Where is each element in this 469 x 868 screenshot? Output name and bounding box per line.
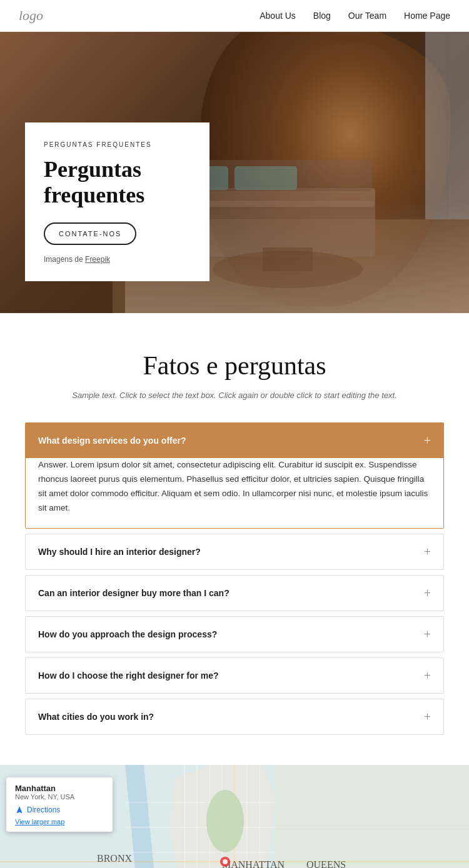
map-place-name: Manhattan — [15, 784, 104, 793]
faq-item-5: What cities do you work in? + — [25, 699, 444, 735]
hero-card: PERGUNTAS FREQUENTES Perguntas frequente… — [25, 122, 209, 281]
faq-question-row-2[interactable]: Can an interior designer buy more than I… — [26, 576, 443, 611]
hero-eyebrow: PERGUNTAS FREQUENTES — [44, 141, 191, 148]
map-directions-btn[interactable]: Directions — [15, 806, 104, 814]
map-section: MANHATTAN QUEENS BROOKLYN BRONX New York… — [0, 765, 469, 868]
faq-subtitle: Sample text. Click to select the text bo… — [25, 391, 444, 400]
faq-list: What design services do you offer? + Ans… — [25, 422, 444, 735]
faq-question-row-4[interactable]: How do I choose the right designer for m… — [26, 658, 443, 693]
faq-question-1: Why should I hire an interior designer? — [38, 547, 201, 557]
svg-rect-5 — [234, 166, 297, 190]
map-popup: Manhattan New York, NY, USA Directions V… — [6, 777, 113, 832]
freepik-link[interactable]: Freepik — [85, 255, 110, 264]
nav-home[interactable]: Home Page — [404, 11, 450, 21]
svg-text:MANHATTAN: MANHATTAN — [222, 859, 285, 868]
hero-title: Perguntas frequentes — [44, 157, 191, 209]
faq-icon-1: + — [424, 546, 431, 558]
faq-question-row-1[interactable]: Why should I hire an interior designer? … — [26, 534, 443, 569]
nav-team[interactable]: Our Team — [348, 11, 386, 21]
faq-item-0: What design services do you offer? + Ans… — [25, 422, 444, 529]
hero-section: PERGUNTAS FREQUENTES Perguntas frequente… — [0, 32, 469, 313]
nav-blog[interactable]: Blog — [313, 11, 331, 21]
faq-icon-5: + — [424, 711, 431, 723]
faq-question-0: What design services do you offer? — [38, 436, 186, 446]
faq-question-2: Can an interior designer buy more than I… — [38, 588, 229, 598]
faq-icon-3: + — [424, 628, 431, 641]
faq-question-row-0[interactable]: What design services do you offer? + — [26, 423, 443, 458]
faq-question-row-5[interactable]: What cities do you work in? + — [26, 699, 443, 734]
navbar: logo About Us Blog Our Team Home Page — [0, 0, 469, 32]
faq-question-4: How do I choose the right designer for m… — [38, 671, 219, 681]
svg-point-38 — [223, 859, 228, 864]
directions-icon — [15, 806, 24, 814]
faq-question-row-3[interactable]: How do you approach the design process? … — [26, 617, 443, 652]
directions-label: Directions — [27, 806, 60, 814]
credit-prefix: Imagens de — [44, 255, 85, 264]
faq-icon-0: + — [424, 434, 431, 447]
faq-section: Fatos e perguntas Sample text. Click to … — [0, 313, 469, 765]
faq-item-4: How do I choose the right designer for m… — [25, 657, 444, 694]
nav-links: About Us Blog Our Team Home Page — [260, 10, 450, 21]
svg-text:QUEENS: QUEENS — [306, 859, 346, 868]
faq-icon-2: + — [424, 587, 431, 599]
faq-answer-0: Answer. Lorem ipsum dolor sit amet, cons… — [26, 458, 443, 528]
svg-point-31 — [206, 790, 244, 852]
faq-item-1: Why should I hire an interior designer? … — [25, 534, 444, 570]
contate-button[interactable]: CONTATE-NOS — [44, 222, 136, 245]
logo: logo — [19, 7, 43, 24]
map-place-sub: New York, NY, USA — [15, 793, 104, 801]
svg-text:BRONX: BRONX — [97, 853, 132, 864]
faq-question-5: What cities do you work in? — [38, 712, 154, 722]
nav-about[interactable]: About Us — [260, 11, 296, 21]
svg-rect-7 — [263, 247, 313, 271]
view-larger-map[interactable]: View larger map — [15, 818, 104, 826]
faq-icon-4: + — [424, 669, 431, 682]
faq-heading: Fatos e perguntas — [25, 351, 444, 381]
faq-question-3: How do you approach the design process? — [38, 629, 217, 639]
hero-credit: Imagens de Freepik — [44, 255, 191, 264]
faq-item-3: How do you approach the design process? … — [25, 616, 444, 652]
faq-item-2: Can an interior designer buy more than I… — [25, 575, 444, 611]
svg-rect-27 — [275, 765, 469, 868]
